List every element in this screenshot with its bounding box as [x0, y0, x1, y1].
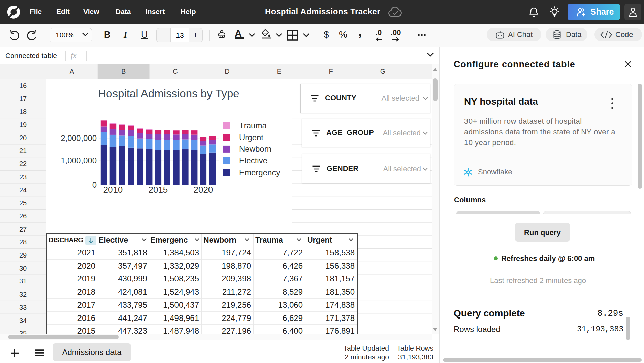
- svg-text:27: 27: [19, 225, 27, 233]
- svg-text:22: 22: [19, 160, 27, 168]
- svg-text:26: 26: [19, 212, 27, 220]
- svg-text:Urgent: Urgent: [239, 133, 263, 142]
- svg-text:2,000,000: 2,000,000: [61, 133, 97, 143]
- svg-text:Emergency: Emergency: [239, 168, 280, 177]
- svg-text:2010: 2010: [103, 185, 123, 195]
- svg-text:B: B: [121, 68, 126, 75]
- svg-text:Newborn: Newborn: [239, 144, 271, 153]
- svg-text:16: 16: [19, 82, 27, 89]
- svg-text:34: 34: [19, 317, 27, 324]
- svg-text:Trauma: Trauma: [239, 121, 267, 130]
- svg-text:2015: 2015: [148, 185, 168, 195]
- svg-text:25: 25: [19, 199, 27, 207]
- svg-text:21: 21: [19, 147, 27, 154]
- svg-text:30: 30: [19, 265, 27, 272]
- svg-text:1,000,000: 1,000,000: [61, 156, 97, 165]
- svg-text:19: 19: [19, 121, 27, 128]
- svg-text:E: E: [277, 68, 281, 75]
- svg-text:Elective: Elective: [239, 156, 267, 165]
- svg-text:18: 18: [19, 108, 27, 115]
- svg-text:F: F: [329, 68, 333, 75]
- svg-text:28: 28: [19, 238, 27, 246]
- svg-text:31: 31: [19, 277, 27, 285]
- svg-text:24: 24: [19, 186, 27, 194]
- svg-text:29: 29: [19, 251, 27, 259]
- svg-text:20: 20: [19, 134, 27, 142]
- svg-text:0: 0: [92, 180, 97, 189]
- svg-text:Hospital Admissions by Type: Hospital Admissions by Type: [98, 87, 239, 100]
- svg-text:2020: 2020: [193, 185, 213, 195]
- svg-text:32: 32: [19, 291, 27, 298]
- svg-text:33: 33: [19, 304, 27, 311]
- svg-text:23: 23: [19, 173, 27, 181]
- svg-text:G: G: [380, 68, 386, 75]
- svg-text:C: C: [173, 68, 178, 75]
- svg-text:D: D: [225, 68, 229, 75]
- svg-text:A: A: [70, 68, 74, 75]
- svg-text:35: 35: [19, 330, 27, 334]
- svg-text:17: 17: [19, 95, 27, 102]
